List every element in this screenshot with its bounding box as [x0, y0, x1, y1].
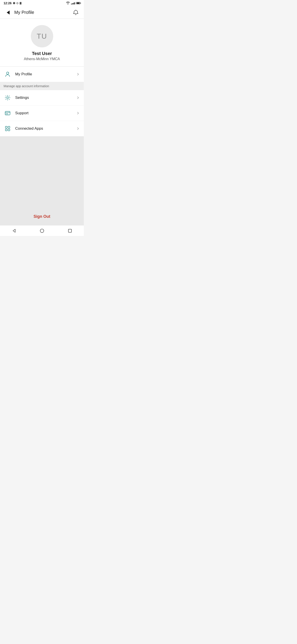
menu-item-label-connected-apps: Connected Apps: [15, 126, 75, 131]
sd-card-icon: [20, 2, 21, 4]
nav-home-button[interactable]: [36, 226, 48, 235]
page-title: My Profile: [12, 10, 71, 15]
chevron-right-icon: [75, 72, 80, 77]
settings-icon: [3, 94, 12, 102]
bell-icon: [73, 10, 79, 16]
support-icon: [3, 109, 12, 117]
status-bar-left: 12:26 ⚙: [3, 1, 21, 5]
recording-icon: [13, 2, 15, 4]
chevron-right-icon-settings: [75, 95, 80, 100]
chevron-right-icon-connected-apps: [75, 126, 80, 131]
svg-marker-10: [13, 229, 15, 232]
status-bar: 12:26 ⚙: [0, 0, 84, 6]
sync-icon: ⚙: [16, 2, 19, 5]
menu-item-connected-apps[interactable]: Connected Apps: [0, 121, 84, 136]
user-organization: Athens-McMinn YMCA: [24, 57, 60, 61]
status-bar-right: [66, 2, 80, 5]
svg-rect-6: [5, 126, 7, 128]
menu-item-my-profile[interactable]: My Profile: [0, 67, 84, 82]
back-arrow-icon: [7, 10, 9, 14]
notification-button[interactable]: [71, 8, 80, 17]
bottom-navigation: [0, 225, 84, 236]
sign-out-section: Sign Out: [0, 208, 84, 225]
menu-item-label-settings: Settings: [15, 96, 75, 100]
nav-recent-button[interactable]: [64, 226, 75, 235]
empty-area: [0, 136, 84, 208]
person-icon: [3, 70, 12, 78]
battery-icon: [76, 2, 80, 4]
app-bar: My Profile: [0, 6, 84, 19]
svg-rect-8: [5, 129, 7, 131]
svg-point-4: [6, 113, 7, 114]
svg-point-2: [7, 97, 8, 98]
back-button[interactable]: [3, 8, 12, 17]
menu-item-label-support: Support: [15, 111, 75, 116]
signal-icon: [71, 2, 75, 4]
status-time: 12:26: [3, 1, 12, 5]
menu-item-support[interactable]: Support: [0, 106, 84, 121]
menu-item-settings[interactable]: Settings: [0, 90, 84, 106]
menu-profile-subtitle: Manage app account information: [0, 82, 84, 90]
status-icons: ⚙: [13, 2, 21, 5]
user-name: Test User: [32, 51, 52, 56]
apps-icon: [3, 124, 12, 132]
avatar-initials: TU: [37, 32, 47, 40]
sign-out-button[interactable]: Sign Out: [28, 212, 56, 221]
nav-back-button[interactable]: [8, 226, 20, 235]
svg-rect-12: [68, 229, 71, 232]
svg-rect-9: [8, 129, 10, 131]
menu-list: My Profile Manage app account informatio…: [0, 67, 84, 136]
chevron-right-icon-support: [75, 110, 80, 116]
wifi-icon: [66, 2, 70, 5]
svg-point-5: [7, 113, 8, 114]
avatar: TU: [31, 25, 53, 48]
menu-item-label-my-profile: My Profile: [15, 72, 75, 76]
svg-point-11: [40, 229, 44, 232]
svg-rect-3: [5, 111, 10, 115]
svg-rect-7: [8, 126, 10, 128]
svg-point-1: [6, 72, 9, 74]
profile-section: TU Test User Athens-McMinn YMCA: [0, 19, 84, 67]
